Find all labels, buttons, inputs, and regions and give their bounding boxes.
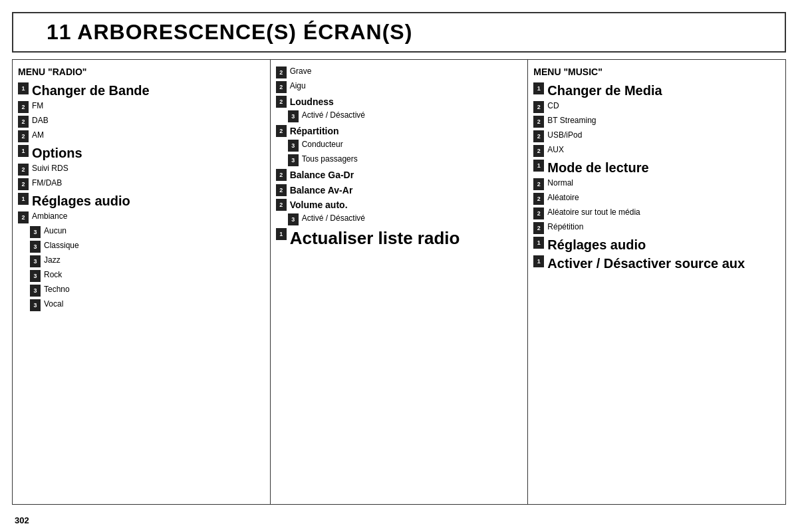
list-item: 2Volume auto. — [276, 199, 523, 211]
level-badge: 1 — [276, 228, 287, 240]
list-item: 2CD — [533, 101, 780, 113]
level-badge: 2 — [18, 101, 29, 113]
list-item: 2AUX — [533, 145, 780, 157]
list-item: 2Normal — [533, 178, 780, 190]
item-label: Activé / Désactivé — [302, 110, 365, 121]
item-label: Vocal — [44, 299, 63, 310]
list-item: 3Tous passagers — [276, 154, 523, 166]
list-item: 3Activé / Désactivé — [276, 110, 523, 122]
level-badge: 2 — [276, 66, 287, 78]
list-item: 3Conducteur — [276, 140, 523, 152]
item-label: Options — [32, 145, 82, 161]
list-item: 2FM — [18, 101, 265, 113]
item-label: Conducteur — [302, 140, 343, 150]
item-label: Activé / Désactivé — [302, 213, 365, 224]
level-badge: 2 — [276, 184, 287, 196]
item-label: DAB — [32, 116, 49, 126]
item-label: BT Streaming — [547, 116, 596, 126]
level-badge: 1 — [18, 145, 29, 157]
list-item: 2Aléatoire — [533, 193, 780, 205]
column-radio: MENU "RADIO"1Changer de Bande2FM2DAB2AM1… — [13, 60, 271, 504]
item-label: Rock — [44, 270, 62, 281]
level-badge: 3 — [288, 213, 299, 225]
level-badge: 2 — [276, 96, 287, 108]
item-label: Activer / Désactiver source aux — [547, 255, 745, 271]
item-label: Normal — [547, 178, 573, 189]
level-badge: 1 — [533, 255, 544, 267]
page-title: 11 ARBORESCENCE(S) ÉCRAN(S) — [47, 20, 412, 44]
columns-container: MENU "RADIO"1Changer de Bande2FM2DAB2AM1… — [12, 59, 786, 505]
item-label: AUX — [547, 145, 564, 156]
list-item: 3Aucun — [18, 226, 265, 238]
column-audio: 2Grave2Aigu2Loudness3Activé / Désactivé2… — [271, 60, 529, 504]
level-badge: 3 — [30, 285, 41, 297]
level-badge: 2 — [276, 169, 287, 181]
menu-title-radio: MENU "RADIO" — [18, 66, 265, 77]
level-badge: 1 — [533, 160, 544, 172]
level-badge: 2 — [533, 222, 544, 234]
menu-title-music: MENU "MUSIC" — [533, 66, 780, 77]
item-label: Répétition — [547, 222, 583, 233]
list-item: 3Activé / Désactivé — [276, 213, 523, 225]
list-item: 2DAB — [18, 116, 265, 128]
item-label: Changer de Media — [547, 82, 662, 98]
level-badge: 2 — [533, 116, 544, 128]
level-badge: 2 — [533, 178, 544, 190]
list-item: 1Activer / Désactiver source aux — [533, 255, 780, 271]
level-badge: 1 — [18, 82, 29, 94]
item-label: Actualiser liste radio — [290, 228, 460, 249]
list-item: 2Répartition — [276, 125, 523, 137]
list-item: 2Aléatoire sur tout le média — [533, 207, 780, 219]
list-item: 1Changer de Media — [533, 82, 780, 98]
level-badge: 3 — [30, 226, 41, 238]
item-label: Loudness — [290, 96, 334, 108]
level-badge: 3 — [288, 154, 299, 166]
list-item: 2Répétition — [533, 222, 780, 234]
item-label: Aléatoire sur tout le média — [547, 207, 640, 218]
list-item: 2Balance Av-Ar — [276, 184, 523, 196]
list-item: 2AM — [18, 130, 265, 142]
page-number: 302 — [15, 515, 29, 525]
level-badge: 2 — [533, 101, 544, 113]
item-label: Balance Av-Ar — [290, 184, 353, 196]
list-item: 3Rock — [18, 270, 265, 282]
list-item: 2Loudness — [276, 96, 523, 108]
level-badge: 3 — [30, 299, 41, 311]
item-label: Réglages audio — [32, 193, 130, 209]
level-badge: 3 — [30, 270, 41, 282]
item-label: AM — [32, 130, 44, 141]
item-label: FM/DAB — [32, 178, 62, 189]
item-label: Aucun — [44, 226, 66, 237]
item-label: Techno — [44, 285, 70, 295]
level-badge: 2 — [18, 130, 29, 142]
level-badge: 1 — [18, 193, 29, 205]
list-item: 3Techno — [18, 285, 265, 297]
level-badge: 2 — [533, 145, 544, 157]
list-item: 2Suivi RDS — [18, 164, 265, 176]
item-label: Ambiance — [32, 211, 67, 222]
item-label: Tous passagers — [302, 154, 358, 165]
list-item: 1Actualiser liste radio — [276, 228, 523, 249]
level-badge: 1 — [533, 237, 544, 249]
list-item: 3Classique — [18, 241, 265, 253]
list-item: 1Mode de lecture — [533, 160, 780, 176]
level-badge: 3 — [288, 140, 299, 152]
item-label: CD — [547, 101, 559, 112]
item-label: Suivi RDS — [32, 164, 68, 174]
column-music: MENU "MUSIC"1Changer de Media2CD2BT Stre… — [528, 60, 785, 504]
item-label: Mode de lecture — [547, 160, 648, 176]
item-label: Classique — [44, 241, 79, 251]
item-label: Aigu — [290, 81, 306, 92]
level-badge: 1 — [533, 82, 544, 94]
list-item: 2USB/iPod — [533, 130, 780, 142]
item-label: Répartition — [290, 125, 339, 137]
item-label: Balance Ga-Dr — [290, 169, 354, 181]
page-title-box: 11 ARBORESCENCE(S) ÉCRAN(S) — [12, 12, 786, 53]
level-badge: 2 — [533, 130, 544, 142]
item-label: FM — [32, 101, 43, 112]
item-label: Volume auto. — [290, 199, 348, 211]
level-badge: 2 — [18, 116, 29, 128]
list-item: 1Options — [18, 145, 265, 161]
item-label: Aléatoire — [547, 193, 579, 203]
list-item: 3Jazz — [18, 255, 265, 267]
